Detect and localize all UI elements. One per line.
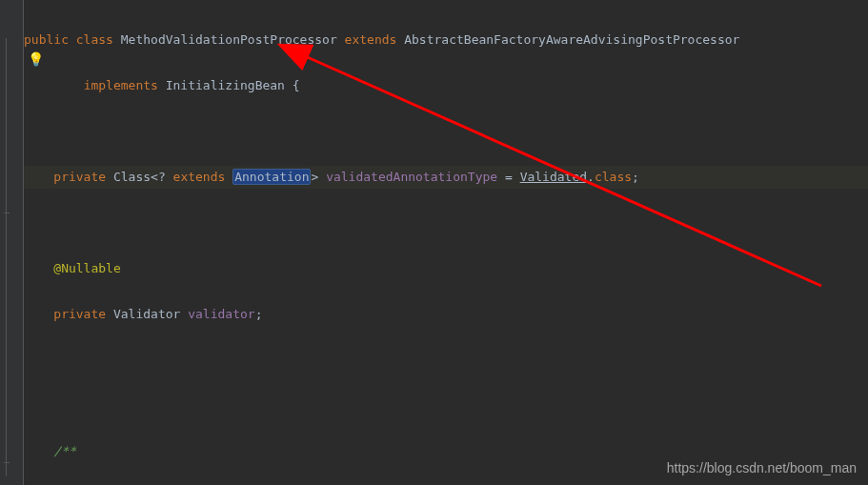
keyword: implements — [84, 78, 166, 92]
fold-dash — [4, 212, 10, 213]
punct: > — [311, 170, 326, 184]
semicolon: ; — [255, 307, 263, 321]
fold-dash — [4, 462, 10, 463]
interface-name: InitializingBean — [166, 78, 293, 92]
keyword: private — [53, 170, 113, 184]
gutter — [0, 0, 23, 485]
semicolon: ; — [632, 170, 639, 184]
code-line — [24, 212, 868, 234]
code-editor[interactable]: 💡 public class MethodValidationPostProce… — [0, 0, 868, 485]
op: = — [505, 170, 520, 184]
keyword: private — [53, 307, 113, 321]
brace: { — [293, 78, 300, 92]
wildcard: ? — [158, 170, 173, 184]
watermark: https://blog.csdn.net/boom_man — [667, 460, 857, 475]
dot: . — [587, 170, 595, 184]
code-line — [24, 394, 868, 417]
highlighted-type: Annotation — [232, 169, 311, 185]
code-line: private Validator validator; — [24, 303, 868, 326]
class-ref: Validated — [520, 170, 587, 184]
current-line: private Class<? extends Annotation> vali… — [24, 166, 868, 189]
type: Class — [113, 170, 151, 184]
type: Validator — [113, 307, 188, 321]
fold-guide — [6, 38, 7, 476]
punct: < — [151, 170, 158, 184]
keyword: extends — [173, 170, 233, 184]
annotation: @Nullable — [53, 261, 120, 275]
keyword: extends — [345, 32, 405, 47]
keyword: class — [595, 170, 632, 184]
code-line: public class MethodValidationPostProcess… — [24, 29, 868, 51]
code-line: @Nullable — [24, 257, 868, 280]
code-line — [24, 120, 868, 143]
code-area[interactable]: public class MethodValidationPostProcess… — [24, 0, 868, 485]
field: validatedAnnotationType — [326, 170, 505, 184]
keyword: class — [76, 32, 121, 47]
class-name: MethodValidationPostProcessor — [121, 32, 345, 47]
class-name: AbstractBeanFactoryAwareAdvisingPostProc… — [404, 32, 739, 47]
field: validator — [188, 307, 254, 321]
code-line: implements InitializingBean { — [24, 74, 868, 97]
keyword: public — [24, 32, 76, 47]
code-line — [24, 349, 868, 372]
javadoc: /** — [53, 444, 75, 458]
